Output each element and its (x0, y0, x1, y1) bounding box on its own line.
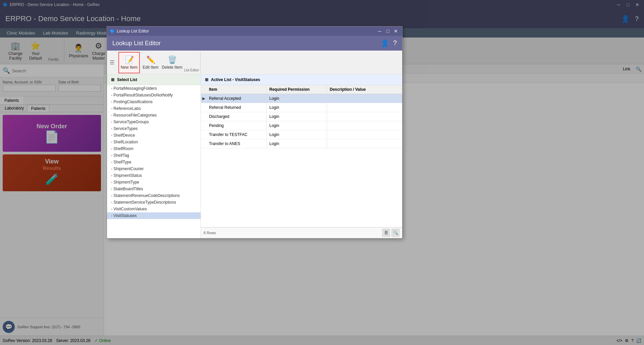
row-description (327, 94, 402, 103)
select-list-panel: ⊞ Select List - PortalMessagingFolders- … (107, 75, 201, 238)
list-item[interactable]: - PostingClassifications (107, 98, 201, 105)
select-list-title: Select List (117, 77, 137, 82)
list-item[interactable]: - ShipmentStatus (107, 172, 201, 179)
list-item[interactable]: - PortalMessagingFolders (107, 85, 201, 92)
active-list-title: Active List - VisitStatuses (211, 77, 260, 82)
arrow-header (201, 85, 206, 94)
row-arrow (201, 121, 206, 130)
modal-user-icon[interactable]: 👤 (381, 39, 389, 47)
table-row[interactable]: Referral Returned Login (201, 103, 402, 112)
modal-outer-title-text: Lookup List Editor (117, 29, 149, 33)
list-item[interactable]: - ShelfDevice (107, 132, 201, 139)
modal-toolbar: ☰ 📝 New Item ✏️ Edit Item 🗑️ Delete Item… (107, 51, 402, 75)
modal-outer-controls: ─ □ ✕ (376, 27, 399, 35)
delete-item-label: Delete Item (162, 65, 182, 70)
edit-item-label: Edit Item (143, 65, 158, 70)
modal-minimize-button[interactable]: ─ (376, 27, 383, 35)
list-item[interactable]: - ResourceFileCategories (107, 112, 201, 119)
table-header-row: Item Required Permission Description / V… (201, 85, 402, 94)
row-item: Discharged (206, 112, 267, 121)
row-description (327, 103, 402, 112)
list-editor-section: 📝 New Item ✏️ Edit Item 🗑️ Delete Item L… (117, 52, 201, 73)
edit-item-icon: ✏️ (146, 56, 155, 64)
row-permission: Login (267, 112, 327, 121)
delete-item-button[interactable]: 🗑️ Delete Item (161, 52, 183, 73)
grid-icon2: ⊞ (205, 77, 208, 82)
row-item: Referral Accepted (206, 94, 267, 103)
new-item-button[interactable]: 📝 New Item (118, 52, 140, 73)
footer-search-button[interactable]: 🔍 (391, 229, 399, 237)
modal-maximize-button[interactable]: □ (384, 27, 391, 35)
modal-inner-header: Lookup List Editor 👤 ? (107, 36, 402, 51)
row-permission: Login (267, 130, 327, 139)
list-item[interactable]: - ShelfRoom (107, 145, 201, 152)
row-arrow (201, 112, 206, 121)
new-item-label: New Item (121, 65, 138, 70)
modal-help-icon[interactable]: ? (393, 39, 397, 47)
list-icon-btn: ☰ (110, 59, 114, 66)
list-item[interactable]: - ReferenceLabs (107, 105, 201, 112)
footer-menu-button[interactable]: ☰ (382, 229, 390, 237)
list-item[interactable]: - ShipmentType (107, 179, 201, 186)
table-row[interactable]: ▶ Referral Accepted Login (201, 94, 402, 103)
lookup-list-editor-modal: 🔷 Lookup List Editor ─ □ ✕ Lookup List E… (107, 26, 402, 238)
modal-outer-icon: 🔷 (110, 29, 115, 33)
list-item[interactable]: - StatementRevenueCodeDescriptions (107, 192, 201, 199)
row-item: Transfer to ANES (206, 139, 267, 148)
list-item[interactable]: - StateBoardTitles (107, 186, 201, 192)
list-item[interactable]: - ShipmentCourier (107, 165, 201, 172)
row-item: Referral Returned (206, 103, 267, 112)
modal-inner-icons: 👤 ? (381, 39, 397, 47)
list-item[interactable]: - PortalResultStatusesDoNotNotify (107, 92, 201, 98)
row-description (327, 112, 402, 121)
list-item[interactable]: - ShelfLocation (107, 139, 201, 145)
row-arrow (201, 130, 206, 139)
row-description (327, 139, 402, 148)
select-list-items: - PortalMessagingFolders- PortalResultSt… (107, 85, 201, 238)
table-rows-container: ▶ Referral Accepted Login Referral Retur… (201, 94, 402, 148)
modal-close-button[interactable]: ✕ (392, 27, 399, 35)
list-item[interactable]: - ServiceTypeGroups (107, 119, 201, 125)
modal-outer-titlebar: 🔷 Lookup List Editor ─ □ ✕ (107, 26, 402, 36)
row-arrow: ▶ (201, 94, 206, 103)
row-permission: Login (267, 94, 327, 103)
new-item-icon: 📝 (125, 56, 134, 64)
col-header-description: Description / Value (327, 85, 402, 94)
list-item[interactable]: - VisitCustomValues (107, 206, 201, 212)
modal-outer-title-group: 🔷 Lookup List Editor (110, 29, 149, 33)
row-item: Transfer to TESTFAC (206, 130, 267, 139)
col-header-permission: Required Permission (267, 85, 327, 94)
list-item[interactable]: - StatementServiceTypeDescriptions (107, 199, 201, 206)
select-list-header: ⊞ Select List (107, 75, 201, 85)
row-item: Pending (206, 121, 267, 130)
table-row[interactable]: Pending Login (201, 121, 402, 130)
active-list-table: Item Required Permission Description / V… (201, 85, 402, 227)
edit-item-button[interactable]: ✏️ Edit Item (140, 52, 161, 73)
col-header-item: Item (206, 85, 267, 94)
modal-inner-title-text: Lookup List Editor (112, 40, 161, 47)
footer-controls: ☰ 🔍 (382, 229, 399, 237)
list-item[interactable]: - VisitStatuses (107, 212, 201, 219)
list-item[interactable]: - ShelfType (107, 159, 201, 165)
row-description (327, 121, 402, 130)
table-row[interactable]: Transfer to ANES Login (201, 139, 402, 148)
table-row[interactable]: Transfer to TESTFAC Login (201, 130, 402, 139)
row-description (327, 130, 402, 139)
row-arrow (201, 139, 206, 148)
row-count: 6 Rows (204, 231, 216, 235)
list-item[interactable]: - ServiceTypes (107, 125, 201, 132)
delete-item-icon: 🗑️ (168, 56, 177, 64)
row-permission: Login (267, 121, 327, 130)
grid-icon: ⊞ (111, 77, 114, 82)
table-row[interactable]: Discharged Login (201, 112, 402, 121)
active-list-header: ⊞ Active List - VisitStatuses (201, 75, 402, 85)
modal-body: ⊞ Select List - PortalMessagingFolders- … (107, 75, 402, 238)
row-permission: Login (267, 139, 327, 148)
list-item[interactable]: - ShelfTag (107, 152, 201, 159)
active-list-footer: 6 Rows ☰ 🔍 (201, 227, 402, 238)
row-permission: Login (267, 103, 327, 112)
active-list-panel: ⊞ Active List - VisitStatuses Item Requi… (201, 75, 402, 238)
row-arrow (201, 103, 206, 112)
list-editor-label: List Editor (184, 68, 199, 73)
